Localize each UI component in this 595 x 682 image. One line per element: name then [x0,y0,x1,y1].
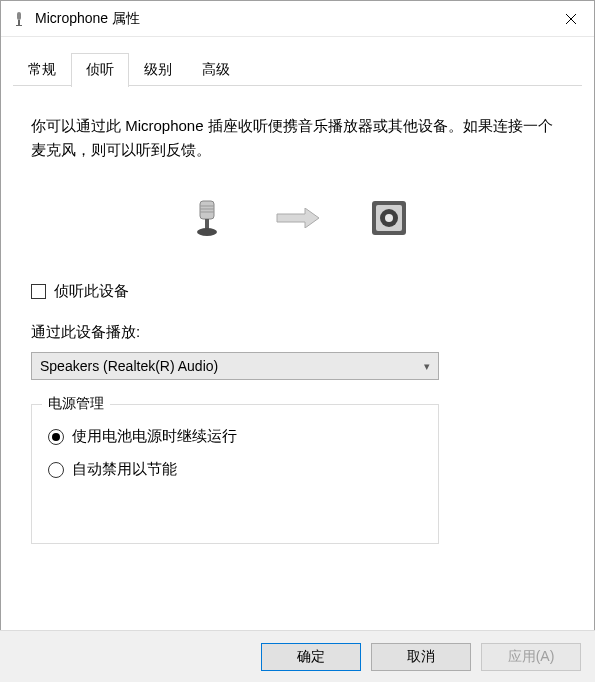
device-diagram [31,198,564,238]
cancel-button[interactable]: 取消 [371,643,471,671]
arrow-icon [275,208,321,228]
playback-device-select[interactable]: Speakers (Realtek(R) Audio) ▾ [31,352,439,380]
tab-content: 你可以通过此 Microphone 插座收听便携音乐播放器或其他设备。如果连接一… [1,86,594,554]
microphone-icon [11,11,27,27]
radio-disable[interactable] [48,462,64,478]
tab-advanced[interactable]: 高级 [187,53,245,86]
title-bar: Microphone 属性 [1,1,594,37]
tab-general[interactable]: 常规 [13,53,71,86]
svg-rect-0 [17,12,21,20]
ok-button[interactable]: 确定 [261,643,361,671]
svg-rect-7 [205,219,209,229]
radio-continue-label: 使用电池电源时继续运行 [72,427,237,446]
playback-device-selected: Speakers (Realtek(R) Audio) [40,358,218,374]
description-text: 你可以通过此 Microphone 插座收听便携音乐播放器或其他设备。如果连接一… [31,114,564,162]
tab-listen[interactable]: 侦听 [71,53,129,87]
svg-point-12 [385,214,393,222]
listen-checkbox[interactable] [31,284,46,299]
close-icon [565,13,577,25]
window-title: Microphone 属性 [35,10,548,28]
apply-button: 应用(A) [481,643,581,671]
close-button[interactable] [548,1,594,36]
listen-checkbox-row[interactable]: 侦听此设备 [31,282,564,301]
svg-rect-3 [200,201,214,219]
microphone-device-icon [187,198,227,238]
button-bar: 确定 取消 应用(A) [0,630,595,682]
power-management-group: 电源管理 使用电池电源时继续运行 自动禁用以节能 [31,404,439,544]
speaker-device-icon [369,198,409,238]
chevron-down-icon: ▾ [424,360,430,373]
tab-strip: 常规 侦听 级别 高级 [13,53,582,86]
svg-rect-1 [18,20,20,25]
svg-rect-2 [16,25,22,26]
power-option-disable[interactable]: 自动禁用以节能 [48,460,422,479]
listen-checkbox-label: 侦听此设备 [54,282,129,301]
power-option-continue[interactable]: 使用电池电源时继续运行 [48,427,422,446]
svg-point-8 [197,228,217,236]
radio-continue[interactable] [48,429,64,445]
playback-label: 通过此设备播放: [31,323,564,342]
radio-disable-label: 自动禁用以节能 [72,460,177,479]
tab-levels[interactable]: 级别 [129,53,187,86]
power-management-legend: 电源管理 [42,395,110,413]
